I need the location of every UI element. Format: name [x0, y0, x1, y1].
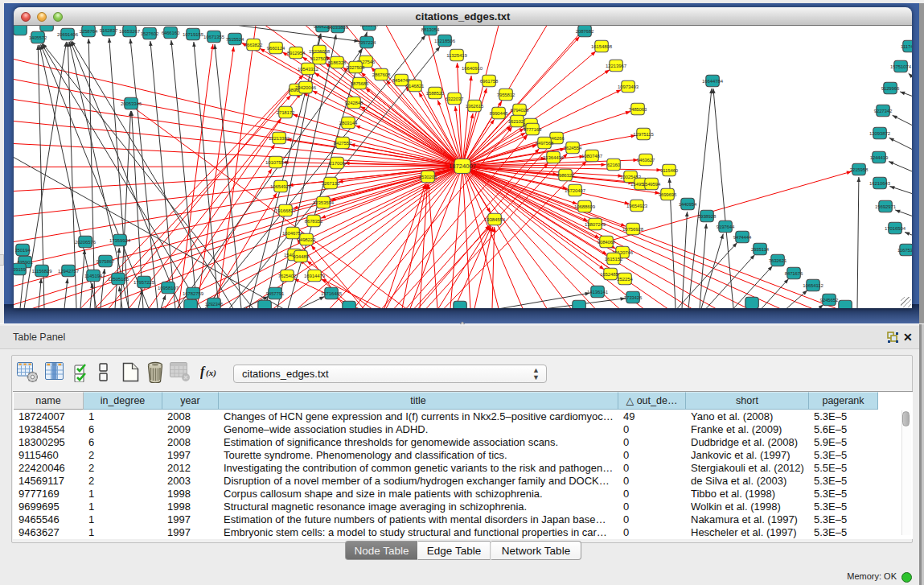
- svg-text:16914479: 16914479: [304, 274, 326, 278]
- svg-text:15751074: 15751074: [890, 64, 912, 69]
- svg-text:9498222: 9498222: [298, 237, 316, 242]
- svg-text:12213967: 12213967: [606, 64, 627, 68]
- svg-text:10719155: 10719155: [183, 32, 204, 37]
- svg-text:10107554: 10107554: [265, 160, 287, 165]
- svg-text:16640910: 16640910: [462, 66, 483, 71]
- svg-text:10543312: 10543312: [298, 67, 319, 72]
- svg-text:12975115: 12975115: [633, 132, 654, 137]
- svg-text:2718172: 2718172: [277, 110, 295, 115]
- svg-text:39159: 39159: [14, 267, 27, 272]
- svg-text:62160: 62160: [607, 163, 621, 167]
- svg-text:9457791: 9457791: [266, 291, 285, 296]
- svg-text:1405572: 1405572: [29, 35, 47, 40]
- svg-text:16210643: 16210643: [869, 181, 891, 186]
- svg-text:6961758: 6961758: [480, 79, 499, 84]
- svg-text:6794028: 6794028: [511, 108, 529, 113]
- svg-text:21364436: 21364436: [543, 155, 565, 160]
- svg-text:1292346: 1292346: [205, 302, 224, 307]
- svg-text:15716485: 15716485: [321, 291, 343, 296]
- svg-text:8186328: 8186328: [328, 60, 347, 65]
- svg-text:934489: 934489: [293, 254, 309, 259]
- svg-text:16782759: 16782759: [183, 291, 204, 296]
- svg-text:1362615: 1362615: [466, 104, 484, 109]
- svg-text:3267130: 3267130: [322, 181, 340, 186]
- svg-text:3215958: 3215958: [850, 167, 869, 172]
- svg-text:2867608: 2867608: [372, 72, 391, 77]
- svg-text:7955812: 7955812: [497, 93, 515, 97]
- svg-text:5938928: 5938928: [698, 214, 717, 219]
- svg-text:9127503: 9127503: [310, 56, 329, 61]
- svg-text:9474444: 9474444: [733, 235, 752, 240]
- svg-text:9245652: 9245652: [820, 298, 839, 303]
- svg-text:(x): (x): [206, 368, 216, 378]
- svg-text:1440954: 1440954: [679, 202, 697, 207]
- svg-text:9162837: 9162837: [100, 28, 118, 33]
- svg-text:11325419: 11325419: [446, 53, 467, 58]
- svg-text:1549594: 1549594: [643, 182, 661, 187]
- svg-text:1588520: 1588520: [426, 91, 445, 96]
- svg-text:2087682: 2087682: [576, 29, 594, 34]
- svg-text:16033809: 16033809: [327, 26, 349, 30]
- svg-text:7485063: 7485063: [629, 107, 647, 112]
- svg-text:7663822: 7663822: [244, 43, 263, 47]
- svg-text:1733426: 1733426: [624, 295, 643, 300]
- svg-text:20691406: 20691406: [57, 32, 79, 37]
- svg-text:6466160: 6466160: [162, 31, 180, 35]
- svg-text:1145194: 1145194: [84, 274, 103, 278]
- svg-text:5875685: 5875685: [351, 81, 369, 86]
- svg-text:9242848: 9242848: [345, 101, 363, 105]
- svg-text:13807249: 13807249: [585, 222, 606, 227]
- svg-text:10958107: 10958107: [158, 286, 179, 290]
- svg-text:23420046: 23420046: [295, 85, 317, 90]
- svg-text:9463627: 9463627: [637, 158, 655, 163]
- svg-text:1117438: 1117438: [901, 44, 912, 49]
- svg-text:8471676: 8471676: [785, 271, 803, 276]
- svg-text:2258764: 2258764: [80, 29, 98, 34]
- svg-text:18724007: 18724007: [449, 163, 476, 170]
- svg-text:16154808: 16154808: [591, 44, 613, 49]
- svg-text:10671355: 10671355: [203, 35, 225, 39]
- svg-text:8678352: 8678352: [305, 219, 323, 224]
- svg-text:9699695: 9699695: [659, 192, 677, 197]
- svg-text:14136141: 14136141: [587, 290, 609, 295]
- svg-text:350194: 350194: [14, 248, 31, 253]
- svg-text:12093872: 12093872: [869, 131, 891, 136]
- svg-text:8551264: 8551264: [360, 26, 379, 27]
- svg-text:9197644: 9197644: [717, 225, 735, 229]
- svg-text:9146821: 9146821: [406, 84, 425, 89]
- svg-text:8990448: 8990448: [490, 111, 508, 116]
- svg-text:252254: 252254: [617, 277, 633, 282]
- svg-text:10973493: 10973493: [618, 84, 639, 89]
- svg-text:9327508: 9327508: [347, 65, 365, 70]
- svg-text:16644784: 16644784: [702, 79, 724, 84]
- svg-text:20053346: 20053346: [121, 101, 142, 106]
- svg-text:10654112: 10654112: [803, 283, 823, 288]
- svg-text:6497568: 6497568: [536, 141, 554, 146]
- svg-text:19384554: 19384554: [484, 217, 506, 222]
- svg-text:15692971: 15692971: [875, 204, 897, 209]
- svg-text:12353594: 12353594: [313, 200, 335, 205]
- svg-text:20206576: 20206576: [75, 240, 97, 245]
- svg-text:12942757: 12942757: [58, 269, 80, 274]
- svg-text:11156829: 11156829: [31, 269, 52, 274]
- svg-text:10807487: 10807487: [581, 154, 603, 159]
- svg-text:1615152: 1615152: [605, 257, 623, 262]
- svg-text:9129966: 9129966: [881, 86, 900, 91]
- svg-text:3624554: 3624554: [564, 146, 582, 150]
- svg-text:19654923: 19654923: [626, 204, 648, 208]
- svg-text:7357224: 7357224: [358, 40, 376, 45]
- svg-text:6322037: 6322037: [446, 97, 464, 101]
- svg-text:9777169: 9777169: [524, 127, 542, 132]
- svg-text:8813054: 8813054: [421, 27, 440, 32]
- svg-text:17016504: 17016504: [885, 226, 906, 231]
- svg-text:217006: 217006: [329, 161, 345, 166]
- svg-text:7515524: 7515524: [226, 37, 244, 42]
- svg-text:15720407: 15720407: [565, 188, 586, 193]
- svg-text:2530203: 2530203: [419, 175, 437, 179]
- svg-text:2935114: 2935114: [751, 247, 770, 252]
- svg-text:17957225: 17957225: [133, 280, 155, 285]
- svg-text:10688609: 10688609: [574, 204, 596, 209]
- svg-text:12505185: 12505185: [108, 277, 129, 282]
- svg-text:1244419: 1244419: [870, 155, 889, 160]
- svg-text:10756928: 10756928: [622, 227, 644, 232]
